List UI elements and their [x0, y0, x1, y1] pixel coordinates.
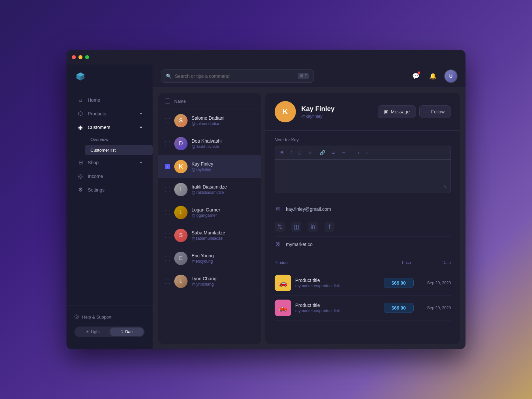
messages-button[interactable]: 💬 [410, 70, 422, 82]
minimize-button[interactable] [78, 55, 82, 59]
sidebar-item-settings[interactable]: ⚙ Settings [69, 183, 150, 196]
top-bar: 🔍 ⌘ F 💬 🔔 U [153, 65, 466, 88]
note-editor: B I U ☺ 🔗 ≡ ☰ ‹ › [275, 146, 451, 193]
detail-header: K Kay Finley @kayfinley ▣ Message + [265, 93, 460, 131]
list-button[interactable]: ≡ [331, 149, 335, 156]
search-bar[interactable]: 🔍 ⌘ F [161, 69, 314, 83]
close-button[interactable] [72, 55, 76, 59]
facebook-icon[interactable]: f [325, 222, 334, 232]
chevron-down-icon: ▾ [140, 111, 142, 116]
underline-button[interactable]: U [298, 149, 302, 156]
select-all-checkbox[interactable] [165, 98, 170, 104]
linkedin-icon[interactable]: in [308, 222, 318, 232]
italic-button[interactable]: I [290, 149, 292, 156]
customer-checkbox[interactable] [165, 233, 170, 238]
list-item[interactable]: L Lynn Chang @lynnchang [158, 270, 261, 293]
sidebar-label-home: Home [88, 97, 100, 103]
chevron-right-icon: › [253, 164, 255, 169]
email-value: kay.finley@gmail.com [286, 206, 331, 212]
customer-name: Salome Dadiani [192, 115, 255, 121]
list-item[interactable]: S Salome Dadiani @salomedadiani [158, 109, 261, 132]
sidebar-item-customers[interactable]: ◉ Customers ▾ [69, 121, 150, 134]
customers-submenu: Overview Customer list [85, 134, 153, 155]
customer-checkbox[interactable] [165, 141, 170, 146]
follow-button[interactable]: + Follow [419, 105, 451, 118]
detail-customer-name: Kay Finley [301, 105, 372, 113]
toolbar-divider [352, 150, 352, 155]
avatar: S [174, 114, 188, 127]
bold-button[interactable]: B [280, 149, 284, 156]
sidebar-label-income: Income [88, 174, 103, 179]
twitter-icon[interactable]: 𝕏 [275, 222, 285, 232]
customer-name: Saba Mumladze [192, 230, 255, 235]
list-item[interactable]: E Eric Young @ericyoung [158, 247, 261, 270]
avatar: I [174, 183, 188, 196]
customer-info: Eric Young @ericyoung [192, 253, 255, 264]
customer-name: Kay Finley [192, 161, 249, 167]
customer-info: Saba Mumladze @sabamumladze [192, 230, 255, 241]
link-button[interactable]: 🔗 [319, 149, 326, 156]
customer-checkbox[interactable] [165, 187, 170, 192]
product-title: Product title [295, 278, 380, 283]
table-row[interactable]: 🛻 Product title mymarket.co/product-link… [275, 296, 451, 321]
search-input[interactable] [175, 73, 295, 79]
avatar: E [174, 252, 188, 265]
sun-icon: ☀ [85, 330, 89, 334]
app-window: ⌂ Home ⬡ Products ▾ ◉ Customers ▾ Overvi… [66, 50, 466, 349]
price-badge: $69.00 [384, 303, 414, 313]
dark-theme-button[interactable]: ☽ Dark [110, 328, 144, 336]
redo-button[interactable]: › [365, 149, 368, 156]
list-item[interactable]: D Dea Khalvashi @deakhalvashi [158, 132, 261, 155]
help-support-item[interactable]: ⓪ Help & Support [74, 311, 145, 323]
col-product-header: Product [275, 260, 378, 265]
help-support-label: Help & Support [82, 315, 111, 320]
undo-button[interactable]: ‹ [357, 149, 360, 156]
sidebar-item-home[interactable]: ⌂ Home [69, 94, 150, 106]
customer-checkbox[interactable] [165, 279, 170, 284]
customer-handle: @logangarner [192, 213, 255, 218]
sidebar-item-overview[interactable]: Overview [85, 134, 153, 145]
customer-detail-panel: K Kay Finley @kayfinley ▣ Message + [265, 93, 460, 344]
user-avatar[interactable]: U [444, 69, 458, 83]
note-label: Note for Kay [275, 137, 451, 142]
table-row[interactable]: 🚗 Product title mymarket.co/product-link… [275, 271, 451, 296]
settings-icon: ⚙ [77, 187, 84, 193]
customer-name: Lynn Chang [192, 276, 255, 281]
list-item[interactable]: I Irakli Diasamidze @iraklidiasamidze [158, 178, 261, 201]
product-link: mymarket.co/product-link [295, 309, 380, 313]
customer-handle: @ericyoung [192, 259, 255, 264]
customer-checkbox[interactable] [165, 210, 170, 215]
notifications-button[interactable]: 🔔 [427, 70, 439, 82]
sidebar-item-customer-list[interactable]: Customer list [85, 145, 153, 155]
sidebar-item-products[interactable]: ⬡ Products ▾ [69, 107, 150, 120]
list-item[interactable]: ✓ K Kay Finley @kayfinley › [158, 155, 261, 178]
customer-info: Dea Khalvashi @deakhalvashi [192, 138, 255, 149]
list-item[interactable]: S Saba Mumladze @sabamumladze [158, 224, 261, 247]
customer-info: Irakli Diasamidze @iraklidiasamidze [192, 184, 255, 195]
emoji-button[interactable]: ☺ [308, 149, 314, 156]
customer-info: Logan Garner @logangarner [192, 207, 255, 218]
customer-name: Eric Young [192, 253, 255, 258]
website-value: mymarket.co [286, 242, 313, 247]
light-theme-button[interactable]: ☀ Light [75, 328, 110, 336]
note-body[interactable]: ✎ [275, 160, 451, 193]
list-item[interactable]: L Logan Garner @logangarner [158, 201, 261, 224]
logo [66, 71, 153, 93]
bell-icon: 🔔 [429, 72, 437, 80]
customer-handle: @salomedadiani [192, 121, 255, 126]
maximize-button[interactable] [85, 55, 89, 59]
customer-checkbox[interactable] [165, 118, 170, 123]
products-table-header: Product Price Date [275, 258, 451, 268]
sidebar-item-income[interactable]: ◎ Income [69, 170, 150, 183]
customer-checkbox[interactable] [165, 256, 170, 261]
sidebar-label-settings: Settings [88, 187, 105, 193]
income-icon: ◎ [77, 173, 84, 179]
align-button[interactable]: ☰ [341, 149, 346, 156]
customers-icon: ◉ [77, 124, 84, 130]
sidebar-item-shop[interactable]: ⊟ Shop ▾ [69, 156, 150, 169]
customer-handle: @iraklidiasamidze [192, 190, 255, 195]
customer-info: Salome Dadiani @salomedadiani [192, 115, 255, 126]
customer-checkbox[interactable]: ✓ [165, 164, 170, 169]
message-button[interactable]: ▣ Message [378, 105, 416, 118]
instagram-icon[interactable]: ◫ [291, 222, 301, 232]
